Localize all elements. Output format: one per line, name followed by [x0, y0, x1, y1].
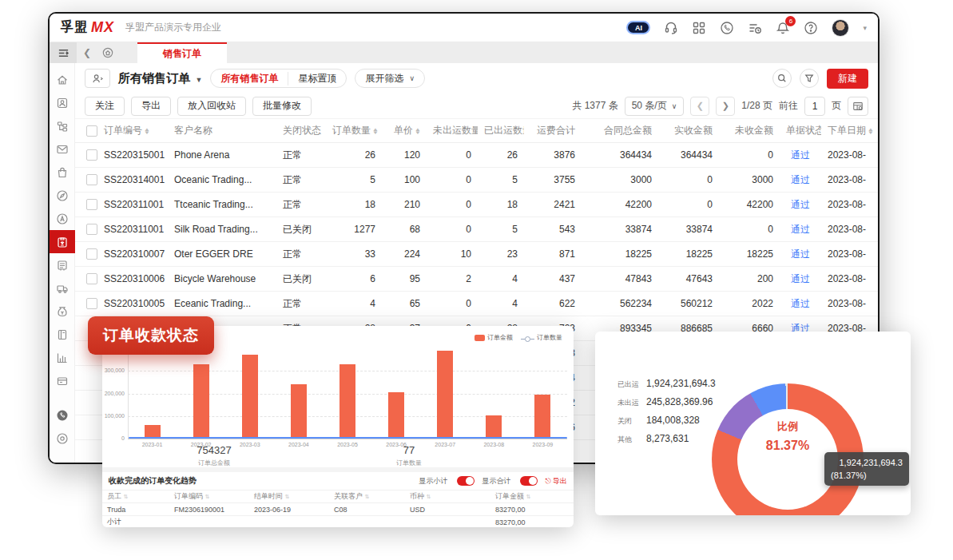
chart-legend[interactable]: 订单金额 订单数量: [475, 333, 562, 342]
export-link[interactable]: ⎋ 导出: [545, 476, 567, 487]
trend-row[interactable]: 小计83270,00: [102, 515, 574, 527]
sidebar-item-phone-circle[interactable]: [50, 403, 75, 427]
bar-2023-04[interactable]: [291, 384, 307, 439]
cell: 26: [326, 149, 382, 161]
sidebar-item-shopping-bag[interactable]: [50, 161, 75, 184]
subtotal-toggle[interactable]: [457, 476, 475, 486]
sidebar-item-bar-chart[interactable]: [50, 346, 75, 369]
total-toggle[interactable]: [520, 476, 538, 486]
trend-row[interactable]: TrudaFM23061900012023-06-19C08USD83270,0…: [102, 502, 574, 515]
bar-2023-02[interactable]: [193, 364, 209, 439]
sidebar-collapse-icon[interactable]: [50, 42, 77, 63]
sort-icon[interactable]: ▲▼: [868, 128, 873, 134]
sidebar-item-money-bag[interactable]: [50, 300, 75, 323]
row-checkbox[interactable]: [86, 199, 97, 210]
notification-bell-icon[interactable]: 6: [776, 21, 790, 35]
goto-page-input[interactable]: [804, 97, 825, 116]
row-checkbox[interactable]: [86, 174, 97, 185]
headset-icon[interactable]: [664, 21, 678, 35]
help-icon[interactable]: [804, 21, 818, 35]
sidebar-item-target[interactable]: [50, 427, 75, 450]
row-checkbox[interactable]: [86, 224, 97, 235]
sidebar-item-home[interactable]: [50, 68, 75, 91]
activity-list-icon[interactable]: [748, 21, 762, 35]
new-button[interactable]: 新建: [827, 69, 868, 89]
table-row[interactable]: SS220314001Oceanic Trading...正常510005375…: [75, 168, 878, 193]
bar-2023-06[interactable]: [388, 392, 404, 439]
table-row[interactable]: SS220310007Oter EGGER DRE正常3322410238711…: [75, 242, 878, 267]
bar-2023-07[interactable]: [437, 351, 453, 439]
action-button-0[interactable]: 关注: [85, 97, 125, 116]
stat-label: 订单数量: [361, 459, 457, 467]
page-size-select[interactable]: 50 条/页 ∨: [625, 97, 685, 116]
table-row[interactable]: SS220310006Bicycle Warehouse已关闭695244374…: [75, 267, 878, 292]
sidebar-item-contact-card[interactable]: [50, 91, 75, 114]
x-axis-line: [128, 439, 567, 439]
prev-page-button[interactable]: ❮: [690, 97, 709, 116]
action-button-2[interactable]: 放入回收站: [177, 97, 246, 116]
y-axis-line: [128, 348, 129, 439]
table-row[interactable]: SS220311001Ttceanic Trading...正常18210018…: [75, 193, 878, 217]
cell: 200: [719, 273, 780, 284]
column-header: 关闭状态: [276, 124, 326, 137]
cell: 2023-08-: [821, 298, 878, 309]
table-row[interactable]: SS220311001Silk Road Trading...已关闭127768…: [75, 217, 878, 242]
segment-0[interactable]: 所有销售订单: [211, 72, 288, 85]
table-row[interactable]: SS220310005Eceanic Trading...正常465046225…: [75, 292, 878, 316]
doc-status-link[interactable]: 通过: [791, 149, 810, 161]
sidebar-item-truck[interactable]: [50, 276, 75, 300]
bar-2023-05[interactable]: [340, 364, 355, 439]
column-settings-icon[interactable]: [848, 97, 868, 116]
sort-icon[interactable]: ▲▼: [415, 128, 420, 134]
chevron-left-icon[interactable]: ❮: [77, 42, 97, 63]
action-button-3[interactable]: 批量修改: [252, 97, 312, 116]
segment-1[interactable]: 星标置顶: [288, 72, 346, 85]
doc-status-link[interactable]: 通过: [791, 174, 810, 185]
bar-2023-08[interactable]: [486, 415, 502, 439]
bar-2023-09[interactable]: [534, 395, 550, 439]
avatar[interactable]: [832, 19, 849, 37]
trend-table-section: 收款完成的订单变化趋势 显示小计 显示合计 ⎋ 导出 员工 ⇅订单编码 ⇅结单时…: [102, 467, 574, 527]
cell: 18225: [658, 248, 719, 260]
row-checkbox[interactable]: [86, 149, 97, 161]
filter-funnel-icon[interactable]: [800, 69, 819, 88]
doc-status-link[interactable]: 通过: [791, 199, 810, 210]
sidebar-item-org-tree[interactable]: [50, 114, 75, 137]
sidebar-item-compass[interactable]: [50, 184, 75, 207]
sidebar-item-id-card[interactable]: [50, 369, 75, 392]
doc-status-link[interactable]: 通过: [791, 273, 810, 284]
doc-status-link[interactable]: 通过: [791, 248, 810, 260]
table-row[interactable]: SS220315001Phone Arena正常2612002638763644…: [75, 143, 878, 168]
legend-bar-swatch: [475, 335, 485, 341]
column-header: 客户名称: [168, 124, 276, 137]
bar-2023-03[interactable]: [242, 355, 258, 439]
row-checkbox[interactable]: [86, 273, 97, 284]
doc-status-link[interactable]: 通过: [791, 224, 810, 235]
column-label: 订单数量: [332, 125, 371, 136]
home-nav-icon[interactable]: [97, 42, 118, 63]
row-checkbox[interactable]: [86, 248, 97, 260]
sidebar-item-order-clipboard[interactable]: [50, 230, 75, 253]
sidebar-item-notebook[interactable]: [50, 323, 75, 346]
tab-sales-order[interactable]: 销售订单: [137, 42, 227, 63]
select-all-checkbox[interactable]: [86, 125, 97, 137]
ai-assistant-icon[interactable]: AI: [626, 21, 650, 34]
action-button-1[interactable]: 导出: [131, 97, 171, 116]
page-size-value: 50 条/页: [632, 99, 667, 113]
sidebar-item-document[interactable]: [50, 253, 75, 276]
sidebar-item-letter-a[interactable]: [50, 207, 75, 230]
view-title[interactable]: 所有销售订单: [118, 71, 190, 85]
sort-icon[interactable]: ▲▼: [373, 128, 378, 134]
next-page-button[interactable]: ❯: [716, 97, 735, 116]
apps-grid-icon[interactable]: [692, 21, 706, 35]
assignee-filter-button[interactable]: [85, 69, 110, 88]
chevron-down-icon[interactable]: ▾: [863, 24, 867, 32]
search-icon[interactable]: [772, 69, 792, 88]
sort-icon[interactable]: ▲▼: [145, 128, 149, 134]
sidebar-item-mail[interactable]: [50, 137, 75, 161]
call-icon[interactable]: [720, 21, 734, 35]
row-checkbox[interactable]: [86, 298, 97, 309]
view-caret-icon[interactable]: ▼: [195, 76, 202, 84]
expand-filter-button[interactable]: 展开筛选 ∨: [355, 69, 425, 88]
doc-status-link[interactable]: 通过: [791, 298, 810, 309]
